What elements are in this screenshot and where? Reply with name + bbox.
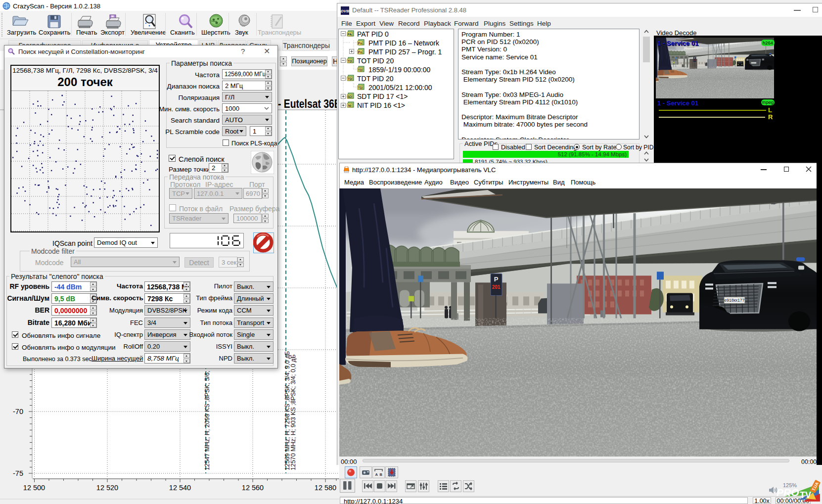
svg-text:Pn: Pn [358,42,362,45]
svg-text:TD: TD [348,59,352,63]
svg-text:A: A [375,472,378,477]
svg-text:TV: TV [800,490,811,500]
svg-text:Pn: Pn [358,50,362,54]
svg-text:PA: PA [348,33,352,36]
svg-text:PRO: PRO [776,487,799,498]
svg-text:B: B [380,472,383,477]
svg-text:TD: TD [348,77,352,81]
svg-text:-75: -75 [13,469,23,477]
svg-text:SD: SD [347,95,352,98]
svg-text:12 500: 12 500 [23,484,45,492]
svg-text:12 560: 12 560 [242,484,264,492]
svg-text:12 520: 12 520 [96,484,118,492]
svg-text:12570 MHz; H; 903 KS ;8PSK; 3/: 12570 MHz; H; 903 KS ;8PSK; 3/4; 0,0 дБ [290,355,297,470]
svg-text:12 540: 12 540 [169,484,191,492]
svg-text:TD: TD [358,86,363,90]
svg-text:-70: -70 [13,408,23,415]
svg-text:12 580: 12 580 [315,484,336,492]
svg-text:NI: NI [348,104,352,107]
svg-text:DVB: DVB [341,9,349,13]
svg-text:TD: TD [358,68,363,72]
svg-text:- Eutelsat 36B/36C: - Eutelsat 36B/36C [278,97,339,110]
svg-text:12547 MHz; H; 2099 KS ;8PSK; 5: 12547 MHz; H; 2099 KS ;8PSK; 5/6; 11.9 d… [204,348,211,470]
